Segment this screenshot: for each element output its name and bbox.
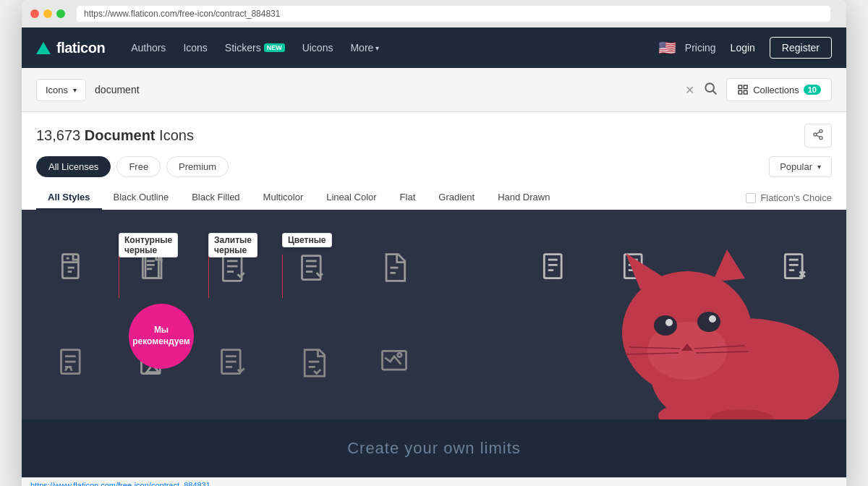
- svg-rect-11: [62, 255, 78, 278]
- tab-hand-drawn[interactable]: Hand Drawn: [486, 186, 561, 210]
- filter-all-licenses[interactable]: All Licenses: [36, 156, 111, 177]
- filters-row: All Licenses Free Premium Popular ▾: [22, 156, 846, 186]
- logo-text: flaticon: [56, 40, 105, 56]
- svg-point-29: [654, 315, 677, 336]
- sort-section: Popular ▾: [769, 156, 832, 177]
- page-header: 13,673 Document Icons: [22, 112, 846, 156]
- svg-rect-4: [739, 90, 742, 94]
- chevron-down-icon: ▾: [375, 44, 379, 52]
- sort-popular-button[interactable]: Popular ▾: [769, 156, 832, 177]
- tab-gradient[interactable]: Gradient: [427, 186, 486, 210]
- svg-marker-27: [712, 250, 745, 282]
- share-button[interactable]: [804, 124, 832, 148]
- tab-lineal-color[interactable]: Lineal Color: [315, 186, 388, 210]
- tab-flat[interactable]: Flat: [388, 186, 427, 210]
- tab-multicolor[interactable]: Multicolor: [252, 186, 315, 210]
- search-input[interactable]: [95, 81, 694, 98]
- banner-icon-11: [36, 346, 109, 378]
- svg-rect-15: [544, 255, 561, 278]
- tab-all-styles[interactable]: All Styles: [36, 186, 102, 210]
- svg-rect-22: [382, 351, 406, 370]
- status-url: https://www.flaticon.com/free-icon/contr…: [30, 481, 210, 486]
- svg-point-7: [814, 133, 817, 136]
- label-black-filled: Залитые черные: [208, 233, 258, 257]
- svg-rect-3: [744, 85, 747, 89]
- collections-icon: [737, 84, 749, 95]
- search-bar: Icons ▾ ✕ Collections 10: [22, 68, 846, 112]
- label-color: Цветные: [282, 233, 332, 247]
- new-badge: NEW: [264, 43, 285, 52]
- line-black-outline: [119, 255, 119, 298]
- collections-count: 10: [804, 85, 821, 95]
- search-type-button[interactable]: Icons ▾: [36, 79, 86, 101]
- register-button[interactable]: Register: [770, 37, 832, 59]
- banner-icon-14: [277, 346, 350, 378]
- svg-rect-13: [223, 255, 242, 281]
- login-button[interactable]: Login: [725, 42, 761, 54]
- cat-svg: [571, 231, 846, 419]
- filter-premium[interactable]: Premium: [166, 156, 229, 177]
- nav-icons[interactable]: Icons: [174, 27, 216, 68]
- banner-icon-13: [197, 346, 270, 378]
- clear-search-button[interactable]: ✕: [685, 83, 694, 97]
- flaticons-choice-checkbox[interactable]: [746, 193, 756, 203]
- nav-stickers[interactable]: Stickers NEW: [216, 27, 294, 68]
- flaticons-choice-filter[interactable]: Flaticon's Choice: [746, 192, 832, 203]
- line-black-filled: [208, 255, 209, 298]
- banner-icon-15: [357, 346, 430, 378]
- browser-window: https://www.flaticon.com/free-icon/contr…: [22, 0, 846, 486]
- language-flag[interactable]: 🇺🇸: [658, 39, 676, 56]
- bottom-banner: Create your own limits: [22, 419, 846, 477]
- navbar: flaticon Authors Icons Stickers NEW Uico…: [22, 27, 846, 68]
- line-color: [282, 255, 283, 298]
- cat-illustration: [571, 231, 846, 419]
- label-black-outline: Контурные черные: [119, 233, 178, 257]
- close-btn[interactable]: [30, 9, 39, 18]
- logo-icon: [36, 42, 51, 54]
- banner-icon-5: [357, 252, 430, 284]
- style-tabs: All Styles Black Outline Black Filled Mu…: [22, 186, 846, 210]
- maximize-btn[interactable]: [56, 9, 65, 18]
- address-bar[interactable]: https://www.flaticon.com/free-icon/contr…: [77, 6, 830, 22]
- svg-point-0: [705, 83, 714, 92]
- banner-icon-1: [36, 252, 109, 284]
- nav-uicons[interactable]: Uicons: [294, 27, 342, 68]
- banner-icon-4: [277, 252, 350, 284]
- search-icon: [703, 81, 718, 95]
- search-input-wrap: ✕: [95, 81, 694, 98]
- svg-point-6: [820, 129, 822, 132]
- share-icon: [812, 129, 824, 140]
- minimize-btn[interactable]: [43, 9, 52, 18]
- svg-point-30: [665, 319, 673, 326]
- svg-rect-14: [302, 256, 320, 280]
- nav-authors[interactable]: Authors: [122, 27, 174, 68]
- result-title: 13,673 Document Icons: [36, 127, 194, 144]
- sort-chevron-icon: ▾: [817, 163, 821, 171]
- collections-label: Collections: [753, 85, 799, 95]
- svg-point-8: [820, 137, 822, 140]
- tab-black-filled[interactable]: Black Filled: [180, 186, 251, 210]
- svg-line-10: [817, 132, 820, 134]
- status-bar: https://www.flaticon.com/free-icon/contr…: [22, 477, 846, 486]
- filter-free[interactable]: Free: [116, 156, 161, 177]
- collections-button[interactable]: Collections 10: [726, 78, 832, 101]
- tab-black-outline[interactable]: Black Outline: [102, 186, 181, 210]
- promo-banner: Контурные черные Залитые черные Цветные …: [22, 210, 846, 419]
- svg-line-1: [713, 90, 717, 94]
- svg-line-9: [817, 135, 820, 137]
- svg-point-23: [397, 353, 401, 357]
- svg-point-31: [697, 312, 720, 332]
- svg-rect-2: [739, 85, 742, 89]
- type-chevron-icon: ▾: [73, 86, 77, 94]
- svg-rect-5: [744, 90, 747, 94]
- browser-chrome: https://www.flaticon.com/free-icon/contr…: [22, 0, 846, 27]
- nav-right: 🇺🇸 Pricing Login Register: [658, 37, 832, 59]
- bottom-banner-text: Create your own limits: [347, 439, 521, 458]
- nav-pricing[interactable]: Pricing: [685, 42, 716, 54]
- nav-more[interactable]: More ▾: [341, 27, 388, 68]
- search-button[interactable]: [703, 81, 718, 99]
- svg-point-32: [709, 315, 716, 323]
- logo[interactable]: flaticon: [36, 40, 105, 56]
- we-recommend-badge: Мы рекомендуем: [129, 304, 194, 369]
